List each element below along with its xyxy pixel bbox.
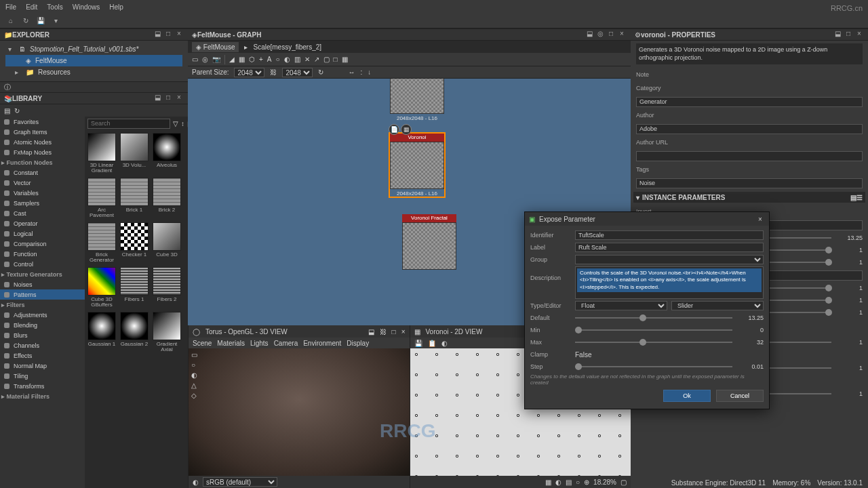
identifier-field[interactable] [575,230,764,240]
min-slider[interactable] [575,329,732,331]
type-select[interactable]: Float [575,301,667,310]
library-thumb[interactable]: Brick 2 [153,178,181,218]
tool-icon[interactable]: ▢ [323,56,330,63]
filter-icon[interactable]: ▽ [173,120,178,127]
tool-icon[interactable]: : [360,68,362,76]
library-category[interactable]: Tiling [0,371,85,381]
colorspace-select[interactable]: sRGB (default) [203,477,277,487]
tool-icon[interactable]: ✕ [304,56,310,63]
tool-icon[interactable]: + [259,56,263,63]
v2-tool-icon[interactable]: 📋 [428,340,436,347]
maximize-icon[interactable]: □ [163,94,173,103]
cancel-button[interactable]: Cancel [716,390,764,402]
library-thumb[interactable]: Fibers 2 [153,267,181,308]
menu-tools[interactable]: Tools [47,3,62,11]
maximize-icon[interactable]: □ [392,328,396,336]
explorer-item-resources[interactable]: ▸ 📁 Resources [5,66,182,78]
tool-icon[interactable]: ◢ [229,56,235,63]
view3d-tab[interactable]: Lights [250,340,269,347]
max-slider[interactable] [575,342,732,343]
library-thumb[interactable]: 3D Linear Gradient [87,133,116,174]
library-category[interactable]: Transforms [0,381,85,391]
collapse-icon[interactable]: ▾ [8,45,15,53]
library-thumb[interactable]: 3D Volu... [120,133,149,174]
view3d-tab[interactable]: Materials [217,340,245,347]
library-category[interactable]: ▸ Texture Generators [0,269,85,279]
library-category[interactable]: Control [0,259,85,269]
author-url-field[interactable] [636,151,863,161]
view3d-tab[interactable]: Scene [193,340,212,347]
view3d-viewport[interactable]: ▭ ○ ◐ △ ◇ [189,348,410,476]
step-slider[interactable] [575,366,732,367]
graph-node[interactable]: Messy Fibers 32048x2048 - L16 [390,79,444,121]
clamp-toggle[interactable]: False [575,351,591,359]
library-thumb[interactable]: Gaussian 2 [120,312,149,352]
close-icon[interactable]: × [617,30,627,39]
tags-field[interactable] [636,178,863,188]
v2-foot-icon[interactable]: ▦ [545,479,551,486]
v2-tool-icon[interactable]: 💾 [414,340,422,347]
library-category[interactable]: FxMap Nodes [0,147,85,157]
tool-icon[interactable]: ↓ [368,68,371,76]
pin-icon[interactable]: ⬓ [368,328,374,336]
library-category[interactable]: Blending [0,320,85,330]
description-field[interactable]: Controls the scale of the 3D Voronoi noi… [577,268,762,292]
info-icon[interactable]: ⓘ [4,83,11,92]
save-icon[interactable]: 💾 [35,16,46,26]
library-category[interactable]: Cast [0,208,85,218]
maximize-icon[interactable]: □ [844,30,853,39]
tool-icon[interactable]: ▦ [342,56,348,63]
viewport-tool-icon[interactable]: ◇ [191,392,197,399]
pin-icon[interactable]: ⬓ [153,94,162,103]
library-category[interactable]: Atomic Nodes [0,137,85,147]
v2-foot-icon[interactable]: ◐ [555,479,561,486]
tool-icon[interactable]: ▭ [192,56,198,63]
library-category[interactable]: Logical [0,228,85,239]
library-category[interactable]: Effects [0,350,85,361]
tab-scale[interactable]: Scale[messy_fibers_2] [253,43,321,51]
collapse-icon[interactable]: ▾ [636,194,639,201]
library-thumb[interactable]: Gaussian 1 [87,312,116,352]
pin-icon[interactable]: ⬓ [585,30,594,39]
label-field[interactable] [575,243,764,252]
close-icon[interactable]: × [854,30,864,39]
sort-icon[interactable]: ↕ [181,120,184,127]
tool-icon[interactable]: ▥ [294,56,300,63]
tool-icon[interactable]: ○ [276,56,280,63]
view3d-tab[interactable]: Camera [274,340,298,347]
library-category[interactable]: Samplers [0,198,85,208]
tool-icon[interactable]: ↔ [348,68,355,76]
viewport-tool-icon[interactable]: ○ [191,361,197,369]
graph-node[interactable]: Voronoi Fractal [402,214,456,271]
pin-icon[interactable]: ⬓ [833,30,842,39]
library-thumb[interactable]: Alveolus [153,133,181,174]
library-category[interactable]: Normal Map [0,361,85,371]
tool-icon[interactable]: □ [334,56,338,63]
menu-icon[interactable]: ▤ [850,194,856,201]
library-category[interactable]: Graph Items [0,127,85,137]
library-category[interactable]: Channels [0,340,85,350]
library-category[interactable]: Patterns [0,289,85,300]
library-category[interactable]: Vector [0,178,85,188]
library-thumb[interactable]: Fibers 1 [120,267,149,308]
ok-button[interactable]: Ok [663,390,711,402]
size-select[interactable]: 2048 [282,68,313,77]
tab-feltmouse[interactable]: ◈ FeltMouse [192,42,239,52]
explorer-file[interactable]: ▾ 🗎 Stopmotion_Felt_Tutorial_v001.sbs* [5,43,182,55]
maximize-icon[interactable]: □ [163,30,173,39]
library-thumb[interactable]: Cube 3D GBuffers [87,267,116,308]
graph-node[interactable]: Voronoi2048x2048 - L16📄▦ [390,134,444,197]
v2-foot-icon[interactable]: ▤ [566,479,572,486]
link-icon[interactable]: ⛓ [270,68,277,76]
library-category[interactable]: Variables [0,188,85,198]
library-category[interactable]: Constant [0,167,85,178]
link-icon[interactable]: ⛓ [380,328,387,336]
chevron-down-icon[interactable]: ▾ [50,16,61,26]
explorer-item-feltmouse[interactable]: ◈ FeltMouse [5,55,182,66]
library-thumb[interactable]: Arc Pavement [87,178,116,218]
library-thumb[interactable]: Brick 1 [120,178,149,218]
v2-foot-icon[interactable]: ⊕ [584,479,589,486]
library-category[interactable]: ▸ Material Filters [0,391,85,401]
home-icon[interactable]: ⌂ [5,16,16,26]
tool-icon[interactable]: ▦ [239,56,245,63]
